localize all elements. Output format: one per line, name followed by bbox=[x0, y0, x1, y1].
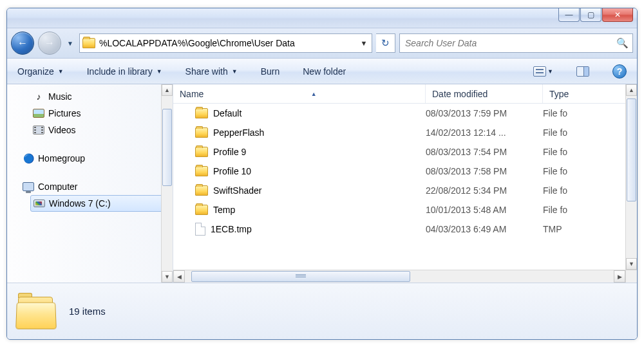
scroll-track[interactable] bbox=[626, 96, 637, 258]
sidebar-item-videos[interactable]: Videos bbox=[11, 122, 173, 138]
explorer-window: — ▢ ✕ ← → ▼ %LOCALAPPDATA%\Google\Chrome… bbox=[6, 8, 638, 340]
folder-icon bbox=[195, 127, 208, 138]
file-type: File fo bbox=[543, 166, 637, 176]
file-row[interactable]: Temp10/01/2013 5:48 AMFile fo bbox=[173, 200, 637, 219]
arrow-right-icon: → bbox=[44, 37, 55, 49]
file-name: Default bbox=[213, 108, 242, 118]
share-with-menu[interactable]: Share with▼ bbox=[182, 64, 242, 79]
file-row[interactable]: PepperFlash14/02/2013 12:14 ...File fo bbox=[173, 123, 637, 142]
scroll-track[interactable] bbox=[162, 96, 173, 271]
item-count-label: 19 items bbox=[69, 306, 106, 317]
scroll-left-button[interactable]: ◀ bbox=[173, 270, 185, 283]
file-name: 1ECB.tmp bbox=[211, 224, 252, 234]
refresh-icon: ↻ bbox=[381, 37, 390, 49]
pictures-icon bbox=[33, 107, 44, 119]
scroll-right-button[interactable]: ▶ bbox=[614, 270, 625, 283]
column-header-date[interactable]: Date modified bbox=[426, 84, 543, 103]
scroll-thumb[interactable] bbox=[191, 271, 410, 282]
sidebar-item-music[interactable]: ♪Music bbox=[11, 88, 173, 105]
maximize-button[interactable]: ▢ bbox=[580, 8, 601, 22]
details-pane: 19 items bbox=[7, 283, 637, 339]
drive-icon bbox=[33, 198, 45, 209]
file-date: 08/03/2013 7:58 PM bbox=[426, 166, 543, 176]
scroll-track[interactable] bbox=[185, 270, 614, 283]
forward-button[interactable]: → bbox=[38, 32, 61, 55]
preview-pane-icon bbox=[576, 66, 589, 77]
address-bar[interactable]: %LOCALAPPDATA%\Google\Chrome\User Data ▼ bbox=[79, 33, 372, 53]
burn-button[interactable]: Burn bbox=[257, 64, 284, 79]
new-folder-button[interactable]: New folder bbox=[299, 64, 350, 79]
search-icon: 🔍 bbox=[616, 37, 629, 49]
sort-ascending-icon: ▲ bbox=[311, 91, 317, 97]
sidebar-item-pictures[interactable]: Pictures bbox=[11, 105, 173, 122]
refresh-button[interactable]: ↻ bbox=[376, 33, 395, 53]
computer-icon bbox=[23, 181, 34, 192]
close-button[interactable]: ✕ bbox=[602, 8, 633, 22]
title-bar: — ▢ ✕ bbox=[7, 8, 637, 28]
scroll-thumb[interactable] bbox=[162, 109, 172, 186]
view-icon bbox=[533, 66, 546, 77]
file-row[interactable]: 1ECB.tmp04/03/2013 6:49 AMTMP bbox=[173, 219, 637, 239]
scroll-corner bbox=[625, 270, 637, 283]
scroll-down-button[interactable]: ▼ bbox=[162, 271, 173, 283]
file-date: 10/01/2013 5:48 AM bbox=[426, 205, 543, 215]
view-options-button[interactable]: ▼ bbox=[529, 64, 557, 79]
scroll-down-button[interactable]: ▼ bbox=[626, 258, 637, 270]
sidebar-item-homegroup[interactable]: 🔵Homegroup bbox=[11, 150, 173, 167]
organize-menu[interactable]: Organize▼ bbox=[14, 64, 68, 79]
back-button[interactable]: ← bbox=[11, 32, 34, 55]
scroll-up-button[interactable]: ▲ bbox=[162, 84, 173, 96]
file-list-pane: Name▲ Date modified Type Default08/03/20… bbox=[173, 84, 637, 283]
scroll-up-button[interactable]: ▲ bbox=[626, 84, 637, 96]
file-icon bbox=[195, 223, 205, 236]
file-row[interactable]: Profile 908/03/2013 7:54 PMFile fo bbox=[173, 142, 637, 162]
folder-icon bbox=[195, 166, 208, 176]
folder-large-icon bbox=[16, 295, 57, 328]
file-hscrollbar[interactable]: ◀ ▶ bbox=[173, 270, 625, 283]
file-type: File fo bbox=[543, 185, 637, 196]
scroll-thumb[interactable] bbox=[627, 98, 636, 201]
file-type: File fo bbox=[543, 127, 637, 138]
file-row[interactable]: Default08/03/2013 7:59 PMFile fo bbox=[173, 104, 637, 123]
include-in-library-menu[interactable]: Include in library▼ bbox=[83, 64, 166, 79]
nav-history-dropdown[interactable]: ▼ bbox=[65, 40, 75, 47]
file-name: SwiftShader bbox=[213, 185, 261, 196]
folder-icon bbox=[82, 38, 95, 48]
file-name: Profile 10 bbox=[213, 166, 251, 176]
close-icon: ✕ bbox=[614, 10, 621, 19]
column-header-name[interactable]: Name▲ bbox=[173, 84, 426, 103]
address-text: %LOCALAPPDATA%\Google\Chrome\User Data bbox=[99, 38, 354, 48]
sidebar-item-computer[interactable]: Computer bbox=[11, 178, 173, 195]
chevron-down-icon: ▼ bbox=[58, 68, 64, 75]
search-box[interactable]: 🔍 bbox=[399, 33, 633, 53]
preview-pane-button[interactable] bbox=[573, 64, 593, 79]
file-row[interactable]: Profile 1008/03/2013 7:58 PMFile fo bbox=[173, 162, 637, 181]
file-vscrollbar[interactable]: ▲ ▼ bbox=[625, 84, 637, 270]
help-icon: ? bbox=[612, 64, 627, 79]
file-date: 08/03/2013 7:54 PM bbox=[426, 147, 543, 157]
sidebar-scrollbar[interactable]: ▲ ▼ bbox=[161, 84, 173, 283]
file-rows: Default08/03/2013 7:59 PMFile foPepperFl… bbox=[173, 104, 637, 239]
file-date: 08/03/2013 7:59 PM bbox=[426, 108, 543, 118]
folder-icon bbox=[195, 108, 208, 118]
help-button[interactable]: ? bbox=[609, 62, 630, 81]
column-header-type[interactable]: Type bbox=[543, 84, 637, 103]
file-type: File fo bbox=[543, 147, 637, 157]
file-row[interactable]: SwiftShader22/08/2012 5:34 PMFile fo bbox=[173, 181, 637, 200]
file-date: 14/02/2013 12:14 ... bbox=[426, 127, 543, 138]
minimize-icon: — bbox=[565, 10, 573, 19]
search-input[interactable] bbox=[404, 37, 616, 49]
chevron-down-icon: ▼ bbox=[156, 68, 162, 75]
file-type: File fo bbox=[543, 108, 637, 118]
minimize-button[interactable]: — bbox=[558, 8, 580, 22]
folder-icon bbox=[195, 185, 208, 196]
address-row: ← → ▼ %LOCALAPPDATA%\Google\Chrome\User … bbox=[7, 28, 637, 59]
sidebar-item-drive-c[interactable]: Windows 7 (C:) bbox=[30, 195, 165, 212]
music-icon: ♪ bbox=[33, 91, 44, 102]
videos-icon bbox=[33, 124, 44, 136]
address-dropdown[interactable]: ▼ bbox=[357, 39, 370, 47]
nav-pane: ♪Music Pictures Videos 🔵Homegroup Comput… bbox=[7, 84, 173, 283]
column-headers: Name▲ Date modified Type bbox=[173, 84, 637, 104]
chevron-down-icon: ▼ bbox=[547, 68, 553, 75]
file-date: 04/03/2013 6:49 AM bbox=[426, 224, 543, 234]
